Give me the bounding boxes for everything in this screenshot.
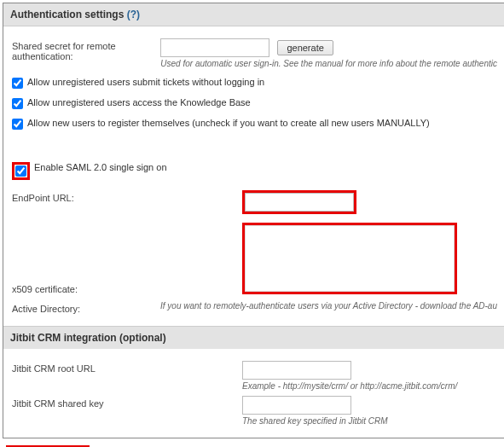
endpoint-input[interactable] <box>245 193 354 212</box>
active-directory-label: Active Directory: <box>12 301 160 314</box>
shared-secret-label: Shared secret for remote authentication: <box>12 38 160 61</box>
allow-new-users-row: Allow new users to register themselves (… <box>12 118 497 130</box>
settings-panel: Authentication settings (?) Shared secre… <box>3 3 504 438</box>
allow-unreg-kb-checkbox[interactable] <box>12 98 23 109</box>
allow-unreg-tickets-row: Allow unregistered users submit tickets … <box>12 77 497 89</box>
crm-root-row: Jitbit CRM root URL Example - http://mys… <box>12 361 497 391</box>
generate-button[interactable]: generate <box>277 40 333 55</box>
crm-title: Jitbit CRM integration (optional) <box>10 332 166 344</box>
crm-key-hint: The shared key specified in Jitbit CRM <box>242 416 497 426</box>
endpoint-row: EndPoint URL: <box>12 190 497 214</box>
x509-highlight <box>242 223 457 294</box>
allow-new-users-checkbox[interactable] <box>12 119 23 130</box>
endpoint-highlight <box>242 190 356 214</box>
active-directory-hint: If you want to remotely-authenticate use… <box>160 301 497 311</box>
endpoint-label: EndPoint URL: <box>12 190 242 203</box>
allow-unreg-tickets-label: Allow unregistered users submit tickets … <box>27 77 264 87</box>
shared-secret-input[interactable] <box>160 38 269 57</box>
allow-unreg-kb-row: Allow unregistered users access the Know… <box>12 97 497 109</box>
auth-section-body: Shared secret for remote authentication:… <box>3 26 504 326</box>
allow-unreg-tickets-checkbox[interactable] <box>12 78 23 89</box>
x509-row: x509 certificate: <box>12 223 497 294</box>
auth-title: Authentication settings <box>10 9 124 20</box>
auth-section-header: Authentication settings (?) <box>3 3 504 26</box>
help-icon[interactable]: (?) <box>127 9 140 20</box>
allow-new-users-label: Allow new users to register themselves (… <box>27 118 430 128</box>
enable-saml-checkbox[interactable] <box>15 165 26 177</box>
crm-key-label: Jitbit CRM shared key <box>12 396 242 409</box>
shared-secret-hint: Used for automatic user sign-in. See the… <box>160 59 497 68</box>
crm-root-input[interactable] <box>242 361 351 380</box>
saml-highlight <box>12 162 30 180</box>
active-directory-row: Active Directory: If you want to remotel… <box>12 301 497 314</box>
crm-key-row: Jitbit CRM shared key The shared key spe… <box>12 396 497 426</box>
enable-saml-label: Enable SAML 2.0 single sign on <box>34 162 167 172</box>
crm-root-hint: Example - http://mysite/crm/ or http://a… <box>242 381 497 391</box>
enable-saml-row: Enable SAML 2.0 single sign on <box>12 162 497 180</box>
shared-secret-row: Shared secret for remote authentication:… <box>12 38 497 68</box>
allow-unreg-kb-label: Allow unregistered users access the Know… <box>27 97 251 107</box>
crm-root-label: Jitbit CRM root URL <box>12 361 242 374</box>
crm-section-body: Jitbit CRM root URL Example - http://mys… <box>3 349 504 438</box>
x509-input[interactable] <box>245 225 455 292</box>
crm-key-input[interactable] <box>242 396 351 415</box>
x509-label: x509 certificate: <box>12 282 242 294</box>
crm-section-header: Jitbit CRM integration (optional) <box>3 326 504 349</box>
